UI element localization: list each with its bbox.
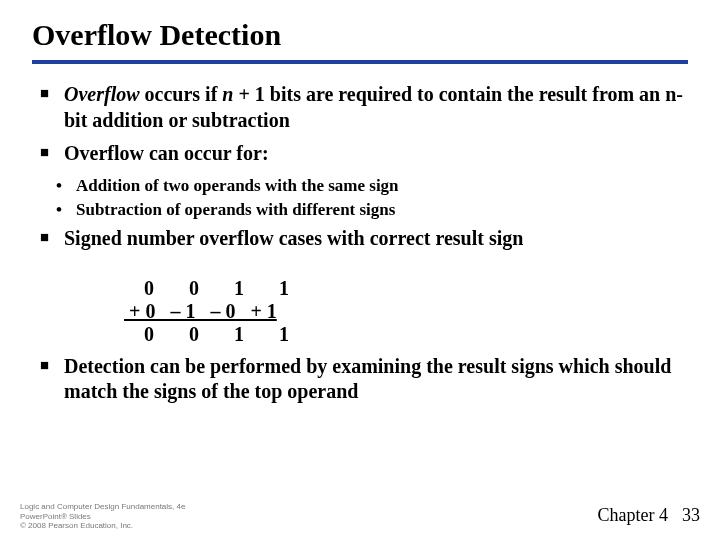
- cases-row-2: + 0 – 1 – 0 + 1: [124, 300, 277, 322]
- sub-bullet-1: Addition of two operands with the same s…: [40, 175, 688, 197]
- bullet-1-lead: Overflow: [64, 83, 140, 105]
- slide: Overflow Detection Overflow occurs if n …: [0, 0, 720, 540]
- bullet-3-text: Signed number overflow cases with correc…: [64, 227, 523, 249]
- bullet-3: Signed number overflow cases with correc…: [40, 226, 688, 346]
- overflow-cases-table: 0 0 1 1 + 0 – 1 – 0 + 1 0 0 1 1: [124, 254, 688, 346]
- footer-line-3: © 2008 Pearson Education, Inc.: [20, 521, 185, 530]
- footer-page-info: Chapter 433: [598, 505, 700, 526]
- sub-bullet-list: Addition of two operands with the same s…: [40, 175, 688, 221]
- footer-line-1: Logic and Computer Design Fundamentals, …: [20, 502, 185, 511]
- main-bullet-list: Overflow occurs if n + 1 bits are requir…: [40, 82, 688, 405]
- chapter-label: Chapter 4: [598, 505, 668, 525]
- bullet-2: Overflow can occur for:: [40, 141, 688, 167]
- sub-bullet-2: Subtraction of operands with different s…: [40, 199, 688, 221]
- footer-line-2: PowerPoint® Slides: [20, 512, 185, 521]
- bullet-1: Overflow occurs if n + 1 bits are requir…: [40, 82, 688, 133]
- slide-content: Overflow occurs if n + 1 bits are requir…: [32, 82, 688, 405]
- bullet-1-var: n: [222, 83, 233, 105]
- cases-row-1: 0 0 1 1: [124, 277, 289, 299]
- footer-credits: Logic and Computer Design Fundamentals, …: [20, 502, 185, 530]
- bullet-1-mid: occurs if: [140, 83, 223, 105]
- cases-row-3: 0 0 1 1: [124, 323, 289, 345]
- title-rule: [32, 60, 688, 64]
- page-number: 33: [682, 505, 700, 525]
- slide-title: Overflow Detection: [32, 18, 688, 52]
- bullet-4: Detection can be performed by examining …: [40, 354, 688, 405]
